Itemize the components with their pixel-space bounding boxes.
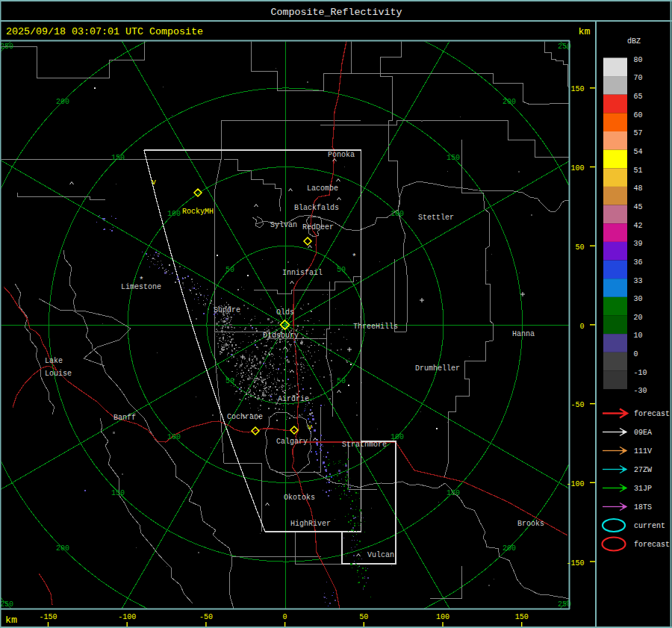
svg-text:forecast: forecast <box>634 541 670 549</box>
svg-text:km: km <box>579 26 591 37</box>
svg-text:48: 48 <box>634 184 643 193</box>
svg-text:Composite_Reflectivity: Composite_Reflectivity <box>271 7 402 18</box>
svg-text:70: 70 <box>634 74 643 82</box>
svg-text:v: v <box>308 423 312 432</box>
svg-text:09EA: 09EA <box>634 429 652 437</box>
svg-text:forecast: forecast <box>634 410 670 418</box>
svg-text:HighRiver: HighRiver <box>290 520 331 528</box>
svg-text:50: 50 <box>337 377 346 385</box>
svg-text:27ZW: 27ZW <box>634 466 652 474</box>
svg-text:36: 36 <box>634 258 643 267</box>
svg-text:-50: -50 <box>570 401 584 409</box>
svg-text:Vulcan: Vulcan <box>367 551 394 559</box>
svg-text:30: 30 <box>634 295 643 303</box>
svg-text:Cochrane: Cochrane <box>227 413 263 421</box>
svg-text:100: 100 <box>391 210 404 218</box>
svg-text:km: km <box>5 615 17 626</box>
svg-text:Sylvan: Sylvan <box>270 221 297 229</box>
svg-text:Banff: Banff <box>113 414 136 422</box>
svg-text:v: v <box>152 178 156 187</box>
svg-text:RockyMH: RockyMH <box>182 208 214 216</box>
svg-text:*: * <box>352 252 357 261</box>
svg-text:100: 100 <box>436 613 449 621</box>
svg-text:111V: 111V <box>634 447 652 456</box>
svg-text:Lake: Lake <box>45 357 63 365</box>
svg-text:42: 42 <box>634 222 643 230</box>
svg-text:-50: -50 <box>199 613 213 621</box>
svg-text:31JP: 31JP <box>634 485 652 493</box>
svg-text:Brooks: Brooks <box>517 520 544 528</box>
svg-text:50: 50 <box>225 377 234 385</box>
svg-text:50: 50 <box>337 266 346 274</box>
svg-text:Louise: Louise <box>45 370 72 378</box>
svg-text:Hanna: Hanna <box>512 330 535 338</box>
svg-text:Didsbury: Didsbury <box>263 332 299 340</box>
svg-text:ThreeHills: ThreeHills <box>353 323 398 331</box>
svg-text:250: 250 <box>0 43 13 51</box>
svg-text:100: 100 <box>167 210 181 218</box>
svg-text:Ponoka: Ponoka <box>328 151 355 159</box>
svg-text:Stettler: Stettler <box>418 214 454 222</box>
svg-text:10: 10 <box>634 332 643 340</box>
svg-text:50: 50 <box>225 266 234 274</box>
svg-text:100: 100 <box>391 433 404 441</box>
svg-text:51: 51 <box>634 167 643 175</box>
svg-text:45: 45 <box>634 203 643 211</box>
svg-text:Airdrie: Airdrie <box>278 395 309 403</box>
svg-text:200: 200 <box>56 544 69 553</box>
svg-text:*: * <box>139 276 144 285</box>
svg-text:50: 50 <box>575 243 584 252</box>
svg-text:18TS: 18TS <box>634 503 652 512</box>
svg-text:-150: -150 <box>566 559 584 568</box>
svg-text:0: 0 <box>634 350 638 358</box>
svg-text:50: 50 <box>359 613 368 621</box>
svg-text:200: 200 <box>503 544 516 553</box>
svg-text:0: 0 <box>283 613 287 621</box>
svg-text:150: 150 <box>111 489 125 497</box>
svg-text:-100: -100 <box>118 613 136 621</box>
svg-text:Innisfail: Innisfail <box>282 269 323 277</box>
svg-text:Okotoks: Okotoks <box>284 494 315 502</box>
svg-text:current: current <box>634 522 665 530</box>
svg-text:150: 150 <box>570 85 584 93</box>
svg-text:Blackfalds: Blackfalds <box>294 204 339 212</box>
svg-text:Strathmore: Strathmore <box>342 441 387 449</box>
svg-text:Calgary: Calgary <box>276 438 308 446</box>
svg-text:Sundre: Sundre <box>214 306 240 314</box>
svg-text:65: 65 <box>634 93 643 101</box>
svg-text:250: 250 <box>0 600 13 609</box>
svg-text:-100: -100 <box>566 480 584 488</box>
svg-text:RedDeer: RedDeer <box>302 223 334 231</box>
svg-text:80: 80 <box>634 56 643 64</box>
svg-text:Drumheller: Drumheller <box>415 364 460 373</box>
svg-text:dBZ: dBZ <box>627 37 641 46</box>
svg-text:2025/09/18 03:07:01 UTC Compos: 2025/09/18 03:07:01 UTC Composite <box>6 26 203 37</box>
svg-text:150: 150 <box>447 154 460 162</box>
svg-text:-10: -10 <box>634 369 647 377</box>
svg-text:100: 100 <box>570 164 584 172</box>
svg-text:0: 0 <box>579 323 584 331</box>
svg-text:150: 150 <box>111 154 125 162</box>
svg-text:54: 54 <box>634 148 643 156</box>
svg-text:200: 200 <box>503 98 516 106</box>
svg-text:Olds: Olds <box>276 308 294 317</box>
svg-text:20: 20 <box>634 314 643 322</box>
svg-text:150: 150 <box>447 489 460 497</box>
svg-text:150: 150 <box>515 613 529 621</box>
svg-text:100: 100 <box>167 433 181 441</box>
svg-text:60: 60 <box>634 111 643 119</box>
svg-text:-150: -150 <box>39 613 57 621</box>
svg-text:200: 200 <box>56 98 69 106</box>
svg-text:-30: -30 <box>634 387 647 395</box>
svg-text:33: 33 <box>634 277 643 285</box>
svg-text:Lacombe: Lacombe <box>307 184 338 193</box>
svg-text:57: 57 <box>634 129 643 137</box>
svg-text:39: 39 <box>634 240 643 248</box>
